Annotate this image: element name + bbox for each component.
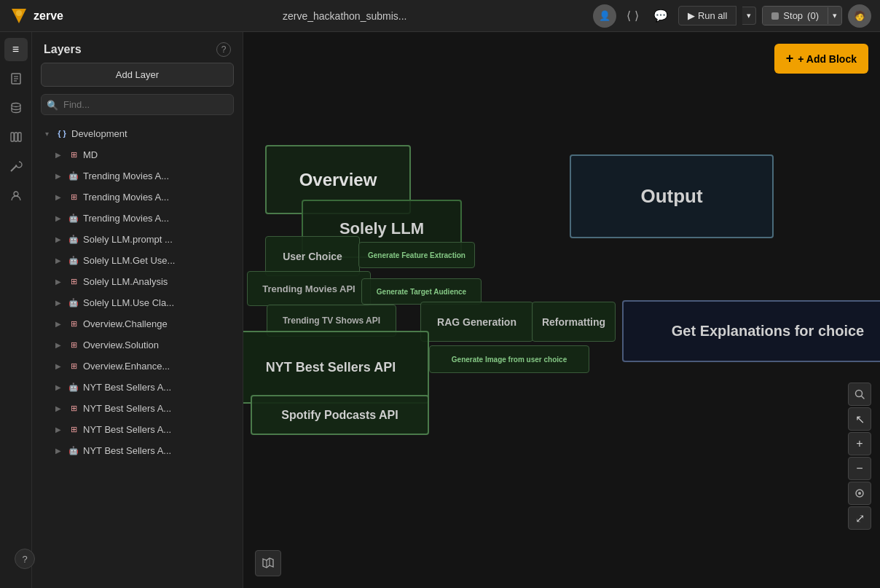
run-play-icon: ▶ (688, 10, 695, 21)
topbar: zerve zerve_hackathon_submis... 👤 ⟨ ⟩ 💬 … (0, 0, 880, 32)
layer-label: Overview.Enhance... (83, 361, 234, 372)
zoom-controls: ↖ + − ⤢ (848, 383, 871, 530)
layer-item-solely-cla[interactable]: ▶ 🤖 Solely LLM.Use Cla... (35, 292, 240, 313)
layer-item-nyt-1[interactable]: ▶ 🤖 NYT Best Sellers A... (35, 377, 240, 397)
canvas-area: + + Add Block Overview Solely LLM User C… (243, 32, 880, 588)
stop-button[interactable]: Stop (0) (763, 7, 828, 25)
zoom-fit-button[interactable] (848, 482, 871, 505)
user-avatar[interactable]: 👤 (593, 4, 616, 28)
layer-item-overview-challenge[interactable]: ▶ ⊞ Overview.Challenge (35, 313, 240, 334)
layer-item-trending-1[interactable]: ▶ 🤖 Trending Movies A... (35, 165, 240, 186)
search-input[interactable] (41, 94, 234, 115)
add-block-icon: + (786, 51, 794, 66)
canvas-block-generate-image[interactable]: Generate Image from user choice (429, 345, 589, 373)
sidebar-icon-file[interactable] (4, 67, 28, 90)
zoom-out-button[interactable]: − (848, 457, 871, 480)
svg-rect-8 (15, 133, 17, 141)
logo-text: zerve (34, 9, 63, 23)
filename-label: zerve_hackathon_submis... (283, 10, 406, 22)
logo: zerve (9, 6, 96, 26)
layer-multi-icon: ⊞ (67, 338, 80, 351)
fullscreen-button[interactable]: ⤢ (848, 506, 871, 530)
add-block-label: + Add Block (798, 53, 857, 65)
canvas-block-rag-generation[interactable]: RAG Generation (420, 302, 533, 342)
comment-button[interactable]: 💬 (649, 6, 672, 26)
layer-toggle: ▶ (52, 297, 64, 308)
layer-toggle: ▶ (52, 339, 64, 350)
canvas-block-generate-feature[interactable]: Generate Feature Extraction (358, 242, 475, 268)
run-dropdown-button[interactable]: ▾ (742, 7, 756, 25)
layer-label-development: Development (71, 128, 234, 139)
add-layer-button[interactable]: Add Layer (41, 63, 234, 87)
layer-label: Trending Movies A... (83, 170, 234, 181)
layer-item-nyt-4[interactable]: ▶ 🤖 NYT Best Sellers A... (35, 440, 240, 460)
sidebar-icon-tools[interactable] (4, 154, 28, 178)
layer-robot-icon: 🤖 (67, 211, 80, 224)
layer-multi-icon: ⊞ (67, 401, 80, 415)
layer-toggle: ▶ (52, 191, 64, 203)
topbar-right: 👤 ⟨ ⟩ 💬 ▶ Run all ▾ Stop (0) ▾ 🧑 (593, 4, 871, 28)
layer-toggle: ▶ (52, 170, 64, 181)
canvas-block-generate-target[interactable]: Generate Target Audience (361, 278, 482, 305)
svg-point-6 (12, 103, 20, 107)
layer-robot-icon: 🤖 (67, 169, 80, 182)
layer-item-nyt-2[interactable]: ▶ ⊞ NYT Best Sellers A... (35, 398, 240, 418)
canvas-block-trending-movies[interactable]: Trending Movies API (247, 271, 371, 306)
run-all-button[interactable]: ▶ Run all (678, 6, 736, 26)
stop-dropdown-button[interactable]: ▾ (828, 7, 841, 24)
layer-toggle: ▶ (52, 423, 64, 435)
layer-label: Overview.Challenge (83, 318, 234, 329)
layer-item-development[interactable]: ▾ { } Development (35, 123, 240, 144)
share-button[interactable]: ⟨ ⟩ (622, 6, 643, 26)
layer-robot-icon: 🤖 (67, 380, 80, 393)
layer-item-md[interactable]: ▶ ⊞ MD (35, 144, 240, 165)
layer-multi-icon: ⊞ (67, 275, 80, 288)
layer-multi-icon: ⊞ (67, 423, 80, 436)
sidebar-icon-library[interactable] (4, 125, 28, 149)
help-button[interactable]: ? (15, 549, 35, 569)
layer-multi-icon: ⊞ (67, 148, 80, 161)
canvas-block-spotify[interactable]: Spotify Podcasts API (251, 395, 429, 435)
sidebar-icon-layers[interactable]: ≡ (4, 38, 28, 61)
svg-rect-7 (11, 133, 14, 141)
layer-item-nyt-3[interactable]: ▶ ⊞ NYT Best Sellers A... (35, 419, 240, 439)
add-block-button[interactable]: + + Add Block (774, 44, 868, 74)
svg-point-1 (16, 10, 22, 16)
sidebar-icon-users[interactable] (4, 184, 28, 207)
layer-robot-icon: 🤖 (67, 444, 80, 457)
layer-label: Solely LLM.Use Cla... (83, 297, 234, 308)
zoom-in-button[interactable]: + (848, 432, 871, 455)
layers-help-button[interactable]: ? (216, 42, 231, 57)
layer-multi-icon: ⊞ (67, 190, 80, 203)
layer-item-trending-3[interactable]: ▶ 🤖 Trending Movies A... (35, 208, 240, 228)
layers-panel: Layers ? Add Layer 🔍 ▾ { } Development ▶… (32, 32, 243, 588)
search-icon: 🔍 (47, 99, 58, 110)
layer-toggle: ▶ (52, 212, 64, 224)
svg-rect-9 (18, 133, 21, 141)
layer-toggle: ▶ (52, 233, 64, 245)
layer-item-solely-prompt[interactable]: ▶ 🤖 Solely LLM.prompt ... (35, 229, 240, 249)
canvas-cursor-button[interactable]: ↖ (848, 407, 871, 431)
zerve-logo-icon (9, 6, 29, 26)
map-toggle-button[interactable] (255, 550, 281, 576)
canvas-block-get-explanations[interactable]: Get Explanations for choice (622, 300, 880, 362)
canvas-block-user-choice[interactable]: User Choice (265, 236, 360, 276)
layer-toggle: ▶ (52, 318, 64, 329)
layer-item-overview-solution[interactable]: ▶ ⊞ Overview.Solution (35, 334, 240, 355)
canvas-block-reformatting[interactable]: Reformatting (532, 302, 616, 342)
stop-count: (0) (807, 10, 819, 21)
canvas-search-button[interactable] (848, 383, 871, 406)
layer-item-overview-enhance[interactable]: ▶ ⊞ Overview.Enhance... (35, 356, 240, 376)
sidebar-icon-data[interactable] (4, 96, 28, 119)
profile-avatar[interactable]: 🧑 (848, 4, 871, 28)
layer-toggle: ▶ (52, 149, 64, 160)
layer-label: Solely LLM.Get Use... (83, 255, 234, 266)
layer-toggle: ▶ (52, 254, 64, 266)
canvas-block-output[interactable]: Output (570, 154, 774, 238)
layer-item-solely-analysis[interactable]: ▶ ⊞ Solely LLM.Analysis (35, 271, 240, 291)
layer-item-trending-2[interactable]: ▶ ⊞ Trending Movies A... (35, 187, 240, 207)
main-area: ≡ Layers ? Add Layer 🔍 ▾ (0, 32, 880, 588)
layer-label: NYT Best Sellers A... (83, 403, 234, 414)
canvas-block-nyt-best-sellers[interactable]: NYT Best Sellers API (243, 331, 429, 404)
layer-item-solely-get[interactable]: ▶ 🤖 Solely LLM.Get Use... (35, 250, 240, 270)
